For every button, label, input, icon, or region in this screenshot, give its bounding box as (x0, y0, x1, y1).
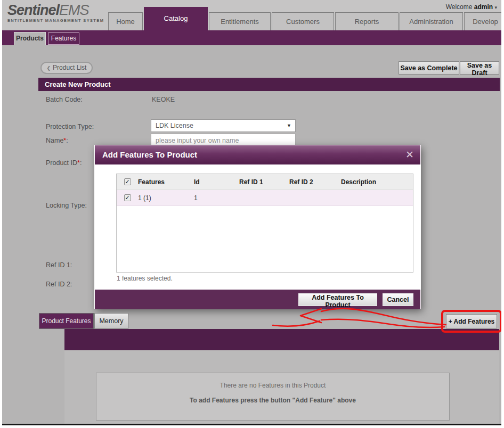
add-features-modal: Add Features To Product ✕ ✓ Features Id … (94, 145, 421, 309)
col-header-ref-id-1: Ref ID 1 (239, 178, 289, 186)
col-header-features: Features (138, 178, 194, 186)
subtab-features[interactable]: Features (48, 32, 79, 45)
tab-memory[interactable]: Memory (94, 313, 128, 329)
cell-id: 1 (194, 194, 239, 202)
logo-suffix: EMS (59, 2, 89, 18)
features-table: ✓ Features Id Ref ID 1 Ref ID 2 Descript… (116, 174, 413, 273)
batch-code-value: KEOKE (152, 96, 175, 103)
tab-catalog[interactable]: Catalog (144, 7, 208, 30)
subtab-products[interactable]: Products (14, 32, 46, 45)
product-id-label-colon: : (80, 159, 82, 167)
save-as-draft-button[interactable]: Save as Draft (460, 61, 499, 75)
col-header-id: Id (194, 178, 239, 186)
selection-status-text: 1 features selected. (117, 275, 173, 282)
close-icon[interactable]: ✕ (405, 149, 414, 161)
modal-title: Add Features To Product (95, 145, 420, 164)
username: admin (474, 3, 493, 11)
sentinel-ems-logo: SentinelEMS ENTITLEMENT MANAGEMENT SYSTE… (7, 3, 104, 23)
empty-state-line2: To add Features press the button "Add Fe… (96, 397, 449, 404)
empty-state-line1: There are no Features in this Product (96, 382, 449, 389)
tab-product-features[interactable]: Product Features (39, 313, 94, 329)
screen: SentinelEMS ENTITLEMENT MANAGEMENT SYSTE… (0, 0, 504, 428)
red-annotation-arrow (269, 303, 450, 333)
protection-type-label: Protection Type: (46, 123, 94, 130)
col-header-ref-id-2: Ref ID 2 (289, 178, 341, 186)
user-menu[interactable]: Welcome admin ▾ (446, 3, 497, 11)
table-header-row: ✓ Features Id Ref ID 1 Ref ID 2 Descript… (117, 174, 413, 190)
chevron-down-icon: ▾ (494, 5, 497, 10)
logo-tagline: ENTITLEMENT MANAGEMENT SYSTEM (7, 18, 104, 23)
row-checkbox[interactable]: ✓ (124, 194, 131, 201)
row-checkbox-cell: ✓ (117, 194, 138, 201)
chevron-left-icon: ❮ (47, 65, 51, 71)
tab-home[interactable]: Home (108, 12, 143, 30)
tab-customers[interactable]: Customers (272, 12, 334, 30)
name-label: Name*: (46, 137, 68, 144)
ref-id1-label: Ref ID 1: (46, 261, 72, 269)
cell-features: 1 (1) (138, 194, 194, 202)
protection-type-value: LDK License (156, 122, 193, 129)
logo-main: Sentinel (7, 2, 59, 18)
red-highlight-box (441, 310, 501, 333)
tab-entitlements[interactable]: Entitlements (209, 12, 271, 30)
logo-text: SentinelEMS (7, 3, 104, 18)
name-label-colon: : (66, 137, 68, 144)
empty-state-box: There are no Features in this Product To… (96, 373, 450, 421)
dropdown-arrow-icon: ▼ (287, 120, 291, 131)
name-label-text: Name (46, 137, 63, 144)
tab-administration[interactable]: Administration (400, 12, 463, 30)
save-as-complete-button[interactable]: Save as Complete (399, 61, 459, 75)
protection-type-select[interactable]: LDK License ▼ (151, 119, 296, 132)
product-id-label: Product ID*: (46, 159, 82, 167)
locking-type-label: Locking Type: (46, 202, 87, 209)
tab-developer[interactable]: Develop (464, 12, 501, 30)
page-title: Create New Product (38, 78, 500, 91)
select-all-cell: ✓ (117, 178, 138, 185)
col-header-description: Description (341, 178, 413, 186)
product-list-back-button[interactable]: ❮Product List (40, 62, 93, 74)
batch-code-label: Batch Code: (46, 96, 83, 103)
product-list-label: Product List (53, 64, 86, 71)
product-id-label-text: Product ID (46, 159, 77, 167)
table-row[interactable]: ✓ 1 (1) 1 (117, 190, 413, 206)
welcome-label: Welcome (446, 3, 473, 11)
ref-id2-label: Ref ID 2: (46, 281, 72, 288)
select-all-checkbox[interactable]: ✓ (124, 178, 131, 185)
app-window: SentinelEMS ENTITLEMENT MANAGEMENT SYSTE… (2, 0, 501, 425)
tab-reports[interactable]: Reports (335, 12, 399, 30)
